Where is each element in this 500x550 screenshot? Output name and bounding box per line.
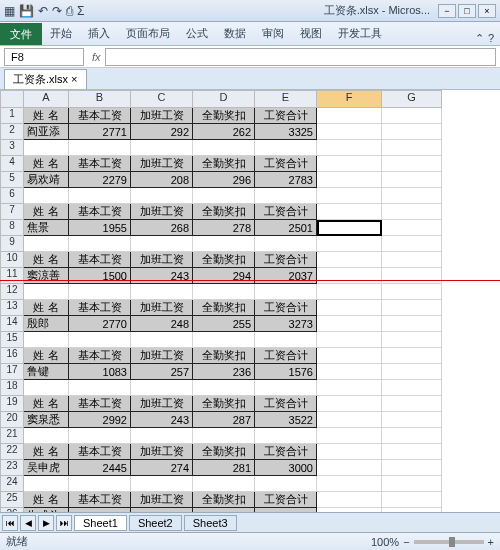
- empty-cell[interactable]: [317, 348, 382, 364]
- header-cell[interactable]: 全勤奖扣: [193, 444, 255, 460]
- tab-review[interactable]: 审阅: [254, 22, 292, 45]
- zoom-slider[interactable]: [414, 540, 484, 544]
- empty-cell[interactable]: [317, 364, 382, 380]
- data-cell[interactable]: 257: [131, 364, 193, 380]
- data-cell[interactable]: 窦泉悉: [24, 412, 69, 428]
- empty-cell[interactable]: [193, 188, 255, 204]
- data-cell[interactable]: 292: [131, 124, 193, 140]
- header-cell[interactable]: 姓 名: [24, 396, 69, 412]
- row-header[interactable]: 14: [0, 316, 24, 332]
- data-cell[interactable]: 2445: [69, 460, 131, 476]
- empty-cell[interactable]: [382, 236, 442, 252]
- row-header[interactable]: 9: [0, 236, 24, 252]
- empty-cell[interactable]: [382, 300, 442, 316]
- select-all-corner[interactable]: [0, 90, 24, 108]
- empty-cell[interactable]: [382, 364, 442, 380]
- header-cell[interactable]: 全勤奖扣: [193, 156, 255, 172]
- print-icon[interactable]: ⎙: [66, 4, 73, 18]
- empty-cell[interactable]: [69, 188, 131, 204]
- header-cell[interactable]: 工资合计: [255, 108, 317, 124]
- name-box[interactable]: F8: [4, 48, 84, 66]
- empty-cell[interactable]: [382, 172, 442, 188]
- header-cell[interactable]: 加班工资: [131, 252, 193, 268]
- empty-cell[interactable]: [69, 140, 131, 156]
- empty-cell[interactable]: [317, 460, 382, 476]
- empty-cell[interactable]: [24, 332, 69, 348]
- data-cell[interactable]: 阎亚添: [24, 124, 69, 140]
- empty-cell[interactable]: [317, 140, 382, 156]
- header-cell[interactable]: 全勤奖扣: [193, 300, 255, 316]
- empty-cell[interactable]: [193, 476, 255, 492]
- row-header[interactable]: 4: [0, 156, 24, 172]
- empty-cell[interactable]: [131, 284, 193, 300]
- header-cell[interactable]: 基本工资: [69, 444, 131, 460]
- row-header[interactable]: 13: [0, 300, 24, 316]
- header-cell[interactable]: 全勤奖扣: [193, 204, 255, 220]
- sheet-nav-first[interactable]: ⏮: [2, 515, 18, 531]
- data-cell[interactable]: 2501: [255, 220, 317, 236]
- empty-cell[interactable]: [317, 396, 382, 412]
- header-cell[interactable]: 加班工资: [131, 300, 193, 316]
- data-cell[interactable]: 2783: [255, 172, 317, 188]
- header-cell[interactable]: 工资合计: [255, 300, 317, 316]
- col-F[interactable]: F: [317, 90, 382, 108]
- data-cell[interactable]: 1083: [69, 364, 131, 380]
- header-cell[interactable]: 姓 名: [24, 108, 69, 124]
- empty-cell[interactable]: [193, 140, 255, 156]
- data-cell[interactable]: 2279: [69, 172, 131, 188]
- data-cell[interactable]: 278: [193, 220, 255, 236]
- empty-cell[interactable]: [382, 284, 442, 300]
- empty-cell[interactable]: [382, 412, 442, 428]
- header-cell[interactable]: 工资合计: [255, 252, 317, 268]
- header-cell[interactable]: 工资合计: [255, 396, 317, 412]
- data-cell[interactable]: 243: [131, 268, 193, 284]
- empty-cell[interactable]: [69, 332, 131, 348]
- data-cell[interactable]: 287: [193, 412, 255, 428]
- empty-cell[interactable]: [131, 140, 193, 156]
- header-cell[interactable]: 工资合计: [255, 204, 317, 220]
- empty-cell[interactable]: [317, 108, 382, 124]
- row-header[interactable]: 15: [0, 332, 24, 348]
- col-D[interactable]: D: [193, 90, 255, 108]
- data-cell[interactable]: 1955: [69, 220, 131, 236]
- empty-cell[interactable]: [255, 236, 317, 252]
- empty-cell[interactable]: [69, 236, 131, 252]
- col-A[interactable]: A: [24, 90, 69, 108]
- empty-cell[interactable]: [382, 252, 442, 268]
- close-workbook-icon[interactable]: ×: [71, 73, 77, 85]
- empty-cell[interactable]: [255, 284, 317, 300]
- header-cell[interactable]: 加班工资: [131, 156, 193, 172]
- empty-cell[interactable]: [193, 236, 255, 252]
- redo-icon[interactable]: ↷: [52, 4, 62, 18]
- sheet-tab-2[interactable]: Sheet2: [129, 515, 182, 531]
- empty-cell[interactable]: [317, 316, 382, 332]
- data-cell[interactable]: 殷郎: [24, 316, 69, 332]
- header-cell[interactable]: 基本工资: [69, 204, 131, 220]
- header-cell[interactable]: 全勤奖扣: [193, 252, 255, 268]
- empty-cell[interactable]: [382, 444, 442, 460]
- row-header[interactable]: 24: [0, 476, 24, 492]
- data-cell[interactable]: 281: [193, 460, 255, 476]
- header-cell[interactable]: 姓 名: [24, 300, 69, 316]
- header-cell[interactable]: 全勤奖扣: [193, 108, 255, 124]
- header-cell[interactable]: 姓 名: [24, 204, 69, 220]
- empty-cell[interactable]: [193, 332, 255, 348]
- data-cell[interactable]: 焦景: [24, 220, 69, 236]
- empty-cell[interactable]: [317, 268, 382, 284]
- header-cell[interactable]: 姓 名: [24, 156, 69, 172]
- empty-cell[interactable]: [317, 204, 382, 220]
- data-cell[interactable]: 窦涼善: [24, 268, 69, 284]
- help-icon[interactable]: ?: [488, 32, 494, 45]
- row-header[interactable]: 3: [0, 140, 24, 156]
- row-header[interactable]: 25: [0, 492, 24, 508]
- row-header[interactable]: 11: [0, 268, 24, 284]
- spreadsheet-grid[interactable]: A B C D E F G 1姓 名基本工资加班工资全勤奖扣工资合计2阎亚添27…: [0, 90, 500, 520]
- row-header[interactable]: 22: [0, 444, 24, 460]
- empty-cell[interactable]: [382, 108, 442, 124]
- data-cell[interactable]: 1576: [255, 364, 317, 380]
- save-icon[interactable]: 💾: [19, 4, 34, 18]
- empty-cell[interactable]: [382, 476, 442, 492]
- empty-cell[interactable]: [24, 236, 69, 252]
- empty-cell[interactable]: [317, 252, 382, 268]
- empty-cell[interactable]: [24, 140, 69, 156]
